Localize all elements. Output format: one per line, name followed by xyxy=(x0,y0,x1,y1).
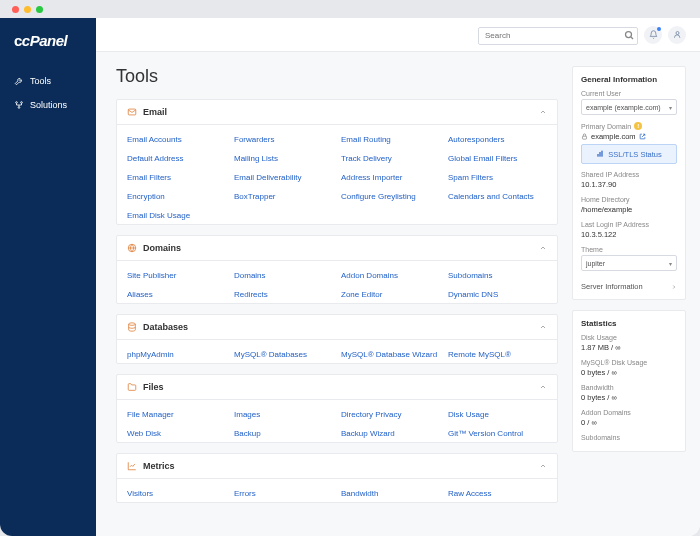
tool-link[interactable]: Zone Editor xyxy=(341,290,440,299)
tool-link[interactable]: Site Publisher xyxy=(127,271,226,280)
tool-link[interactable]: Spam Filters xyxy=(448,173,547,182)
tool-link[interactable]: Global Email Filters xyxy=(448,154,547,163)
tool-link[interactable]: MySQL® Database Wizard xyxy=(341,350,440,359)
tool-link[interactable]: Subdomains xyxy=(448,271,547,280)
svg-point-1 xyxy=(21,102,23,104)
tool-link[interactable]: Addon Domains xyxy=(341,271,440,280)
search-icon[interactable] xyxy=(623,29,635,41)
label-primary-domain: Primary Domain! xyxy=(581,122,677,130)
section-header-domains[interactable]: Domains xyxy=(117,236,557,261)
link-grid-email: Email AccountsForwardersEmail RoutingAut… xyxy=(127,135,547,220)
tool-link[interactable]: Email Filters xyxy=(127,173,226,182)
tool-link[interactable]: Mailing Lists xyxy=(234,154,333,163)
section-header-metrics[interactable]: Metrics xyxy=(117,454,557,479)
tool-link[interactable]: Directory Privacy xyxy=(341,410,440,419)
label-disk-usage: Disk Usage xyxy=(581,334,677,341)
external-link-icon[interactable] xyxy=(639,133,646,140)
user-menu-button[interactable] xyxy=(668,26,686,44)
server-information-link[interactable]: Server Information xyxy=(581,278,677,291)
sidebar-item-solutions[interactable]: Solutions xyxy=(0,93,96,117)
tool-link[interactable]: Backup xyxy=(234,429,333,438)
section-email: Email Email AccountsForwardersEmail Rout… xyxy=(116,99,558,225)
section-title: Files xyxy=(143,382,539,392)
section-header-email[interactable]: Email xyxy=(117,100,557,125)
tool-link[interactable]: BoxTrapper xyxy=(234,192,333,201)
value-bandwidth: 0 bytes / ∞ xyxy=(581,393,677,402)
tool-link[interactable]: Autoresponders xyxy=(448,135,547,144)
caret-down-icon: ▾ xyxy=(669,260,672,267)
section-databases: Databases phpMyAdminMySQL® DatabasesMySQ… xyxy=(116,314,558,364)
section-header-databases[interactable]: Databases xyxy=(117,315,557,340)
tool-link[interactable]: Email Accounts xyxy=(127,135,226,144)
tool-link[interactable]: Dynamic DNS xyxy=(448,290,547,299)
tool-link[interactable]: Address Importer xyxy=(341,173,440,182)
panel-title: General Information xyxy=(581,75,677,84)
page-title: Tools xyxy=(116,66,558,87)
tool-link[interactable]: Git™ Version Control xyxy=(448,429,547,438)
panel-general-info: General Information Current User example… xyxy=(572,66,686,300)
section-metrics: Metrics VisitorsErrorsBandwidthRaw Acces… xyxy=(116,453,558,503)
bar-chart-icon xyxy=(596,150,604,158)
tool-link[interactable]: Images xyxy=(234,410,333,419)
tool-link[interactable]: Web Disk xyxy=(127,429,226,438)
svg-point-3 xyxy=(626,31,632,37)
chevron-up-icon xyxy=(539,462,547,470)
value-disk-usage: 1.87 MB / ∞ xyxy=(581,343,677,352)
link-grid-domains: Site PublisherDomainsAddon DomainsSubdom… xyxy=(127,271,547,299)
wrench-icon xyxy=(14,76,24,86)
svg-point-0 xyxy=(16,102,18,104)
database-icon xyxy=(127,322,137,332)
logo: ccPanel xyxy=(0,18,96,63)
tool-link[interactable]: Email Routing xyxy=(341,135,440,144)
select-theme[interactable]: jupiter▾ xyxy=(581,255,677,271)
tool-link[interactable]: Errors xyxy=(234,489,333,498)
label-current-user: Current User xyxy=(581,90,677,97)
tool-link[interactable]: Default Address xyxy=(127,154,226,163)
tool-link[interactable]: Encryption xyxy=(127,192,226,201)
email-icon xyxy=(127,107,137,117)
lock-icon xyxy=(581,133,588,140)
tool-link[interactable]: phpMyAdmin xyxy=(127,350,226,359)
sidebar-item-label: Tools xyxy=(30,76,51,86)
tool-link[interactable]: Remote MySQL® xyxy=(448,350,547,359)
tool-link[interactable]: Disk Usage xyxy=(448,410,547,419)
svg-rect-11 xyxy=(602,151,603,157)
tool-link[interactable]: File Manager xyxy=(127,410,226,419)
topbar xyxy=(96,18,700,52)
tool-link[interactable]: Backup Wizard xyxy=(341,429,440,438)
folder-icon xyxy=(127,382,137,392)
window-maximize-button[interactable] xyxy=(36,6,43,13)
value-primary-domain: example.com xyxy=(581,132,677,141)
ssl-status-button[interactable]: SSL/TLS Status xyxy=(581,144,677,164)
section-domains: Domains Site PublisherDomainsAddon Domai… xyxy=(116,235,558,304)
tool-link[interactable]: Email Deliverability xyxy=(234,173,333,182)
tool-link[interactable]: MySQL® Databases xyxy=(234,350,333,359)
select-current-user[interactable]: example (example.com)▾ xyxy=(581,99,677,115)
section-title: Databases xyxy=(143,322,539,332)
tool-link[interactable]: Domains xyxy=(234,271,333,280)
window-chrome xyxy=(0,0,700,18)
tool-link[interactable]: Forwarders xyxy=(234,135,333,144)
chevron-right-icon xyxy=(671,284,677,290)
window-minimize-button[interactable] xyxy=(24,6,31,13)
label-last-login: Last Login IP Address xyxy=(581,221,677,228)
section-header-files[interactable]: Files xyxy=(117,375,557,400)
nodes-icon xyxy=(14,100,24,110)
notifications-button[interactable] xyxy=(644,26,662,44)
tool-link[interactable]: Bandwidth xyxy=(341,489,440,498)
tool-link[interactable]: Calendars and Contacts xyxy=(448,192,547,201)
svg-rect-10 xyxy=(600,152,601,157)
search-input[interactable] xyxy=(478,27,638,45)
sidebar-item-tools[interactable]: Tools xyxy=(0,69,96,93)
link-grid-files: File ManagerImagesDirectory PrivacyDisk … xyxy=(127,410,547,438)
window-close-button[interactable] xyxy=(12,6,19,13)
tool-link[interactable]: Track Delivery xyxy=(341,154,440,163)
tool-link[interactable]: Redirects xyxy=(234,290,333,299)
tool-link[interactable]: Aliases xyxy=(127,290,226,299)
tool-link[interactable]: Raw Access xyxy=(448,489,547,498)
label-shared-ip: Shared IP Address xyxy=(581,171,677,178)
chevron-up-icon xyxy=(539,383,547,391)
tool-link[interactable]: Visitors xyxy=(127,489,226,498)
tool-link[interactable]: Configure Greylisting xyxy=(341,192,440,201)
tool-link[interactable]: Email Disk Usage xyxy=(127,211,226,220)
